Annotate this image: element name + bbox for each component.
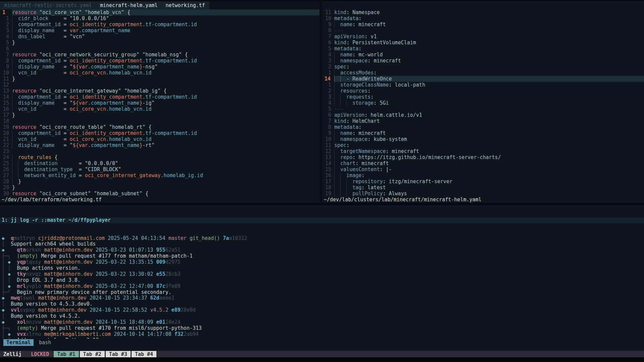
code-token: namespace <box>340 136 367 142</box>
code-token: : <box>364 34 367 40</box>
zellij-tab[interactable]: Tab #1 <box>54 351 79 357</box>
code-token <box>36 88 39 94</box>
log-line: ◆ xolmnzvw matt@einhorn.dev 2024-10-15 1… <box>0 319 644 325</box>
code-token: : <box>367 58 370 64</box>
code-token: spec <box>334 142 346 148</box>
code-token: resources <box>340 88 367 94</box>
commit-node-icon: ◆ <box>8 283 11 289</box>
line-number: 7 <box>322 34 334 40</box>
log-token: e55 <box>156 271 165 277</box>
commit-node-icon: ◆ <box>2 295 5 301</box>
zellij-tab[interactable]: Tab #4 <box>132 351 156 357</box>
log-token: 2025-03-22 13:35:15 <box>96 259 153 265</box>
line-number: 28 <box>0 178 12 185</box>
code-line: 1storageClassName: local-path <box>322 82 644 88</box>
line-number: 27 <box>0 172 12 178</box>
code-line: 27network_entity_id = oci_core_internet_… <box>0 172 319 178</box>
code-line: 4name: mc-world <box>322 52 644 58</box>
code-line: 6apiVersion: helm.cattle.io/v1 <box>322 112 644 118</box>
yaml-code-area[interactable]: 11kind: Namespace10metadata:9name: minec… <box>322 9 644 197</box>
indent-guide <box>12 64 18 70</box>
line-number: 4 <box>0 34 12 40</box>
buffer-tab[interactable]: networking.tf <box>166 2 205 8</box>
code-token <box>51 154 54 160</box>
code-line: 14compartment_id = oci_identity_compartm… <box>0 94 319 100</box>
code-line: 22display_name = "${var.compartment_name… <box>0 142 319 148</box>
line-number: 2 <box>0 21 12 28</box>
code-line: 17} <box>0 112 319 118</box>
code-token: = <box>45 34 69 40</box>
code-token: local-path <box>392 82 425 88</box>
terraform-code-area[interactable]: 1resource "oci_core_vcn" "homelab_vcn" {… <box>0 9 319 197</box>
code-token: kind <box>334 118 346 124</box>
log-token <box>5 319 17 325</box>
buffer-tab[interactable]: minecraft-restic-secrets.yaml <box>4 2 92 8</box>
line-number: 1 <box>0 15 12 21</box>
code-token: vcn_id <box>18 106 36 112</box>
log-line: ◆ vvlsvpxp matt@einhorn.dev 2024-10-15 2… <box>0 307 644 313</box>
buffer-tab[interactable]: minecraft-helm.yaml <box>100 2 158 8</box>
right-editor-pane[interactable]: 11kind: Namespace10metadata:9name: minec… <box>322 1 644 203</box>
zellij-tab[interactable]: Tab #2 <box>80 351 105 357</box>
code-token: = <box>60 21 69 28</box>
terminal-pane[interactable]: 1: jj log -r ::master ~/d/ffpyplayer ◆ q… <box>0 203 644 339</box>
code-token: name <box>340 21 352 28</box>
code-token: namespace <box>340 58 367 64</box>
left-editor-pane[interactable]: minecraft-restic-secrets.yamlminecraft-h… <box>0 1 319 203</box>
log-token: v4.5.2 <box>150 307 168 313</box>
log-token: matt@einhorn.dev <box>38 295 87 301</box>
code-line: 8compartment_id = oci_identity_compartme… <box>0 58 319 64</box>
code-token: : <box>358 46 361 52</box>
code-token: oci_core_vcn <box>70 136 106 142</box>
code-line: 12targetNamespace: minecraft <box>322 148 644 154</box>
log-token <box>5 295 11 301</box>
code-token <box>124 9 127 15</box>
indent-guide <box>334 94 340 100</box>
line-number: 9 <box>0 64 12 70</box>
code-token: latest <box>364 185 386 191</box>
code-token: "oci_core_vcn" "homelab_vcn" <box>39 9 124 15</box>
line-number: 30 <box>0 191 12 197</box>
log-token: aeee1 <box>159 295 175 301</box>
zellij-tab[interactable]: Tab #3 <box>106 351 131 357</box>
line-number: 10 <box>322 136 334 142</box>
log-token: Merge pull request #177 from matham/math… <box>38 253 193 259</box>
code-token: - <box>346 76 352 82</box>
code-line: 9display_name = "${var.compartment_name}… <box>0 64 319 70</box>
code-line: 13repo: https://itzg.github.io/minecraft… <box>322 154 644 160</box>
log-token: 2024-10-15 22:58:52 <box>90 307 147 313</box>
bottom-strip <box>0 357 644 362</box>
log-token: matt@einhorn.dev <box>44 319 93 325</box>
code-token: oci_core_internet_gateway <box>85 172 161 178</box>
indent-guide <box>334 191 340 197</box>
bash-tab[interactable]: bash <box>39 340 51 346</box>
log-token: tqxsy <box>26 259 41 265</box>
code-line: 6 <box>0 46 319 52</box>
code-token: : <box>352 154 355 160</box>
code-token: metadata <box>334 15 358 21</box>
log-token <box>220 235 223 241</box>
log-token <box>187 235 190 241</box>
code-token: : <box>380 166 383 172</box>
line-number: 16 <box>322 172 334 178</box>
line-number: 11 <box>0 76 12 82</box>
code-token: display_name <box>18 28 54 34</box>
log-token: xlrnu <box>26 331 41 337</box>
code-token: network_entity_id <box>24 172 76 178</box>
log-token: Begin new primary device after potential… <box>11 289 171 295</box>
code-token: = <box>54 100 69 106</box>
indent-guide <box>346 191 352 197</box>
indent-guide <box>18 172 24 178</box>
code-token: : <box>374 100 377 106</box>
code-token: compartment_id <box>18 21 60 28</box>
indent-guide <box>340 178 346 185</box>
code-token: minecraft <box>355 21 386 28</box>
terminal-tab-active[interactable]: Terminal <box>3 339 34 346</box>
code-token: resource <box>12 191 36 197</box>
code-line: 18tag: latest <box>322 185 644 191</box>
code-token: Namespace <box>349 9 380 15</box>
indent-guide <box>12 142 18 148</box>
code-token: "oci_core_subnet" "homelab_subnet" <box>39 191 142 197</box>
log-token: (empty) <box>17 325 38 331</box>
log-token <box>5 307 11 313</box>
